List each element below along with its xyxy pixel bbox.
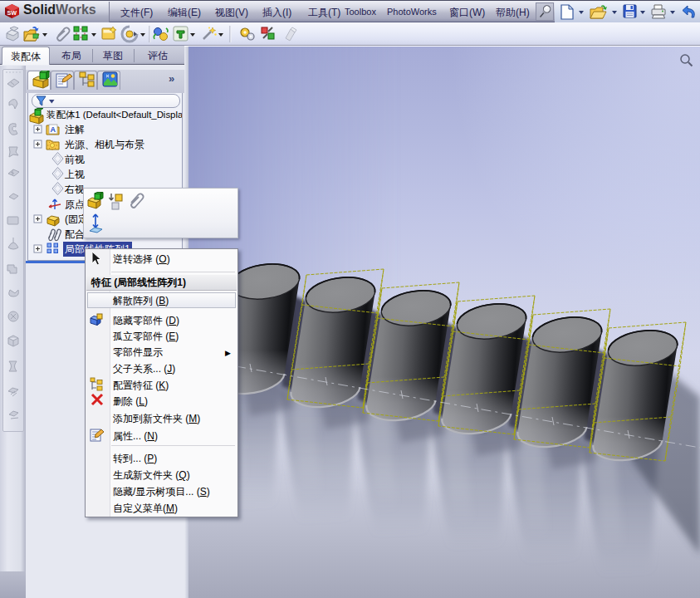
svg-text:SW: SW: [7, 9, 17, 17]
svg-text:A: A: [51, 125, 56, 134]
